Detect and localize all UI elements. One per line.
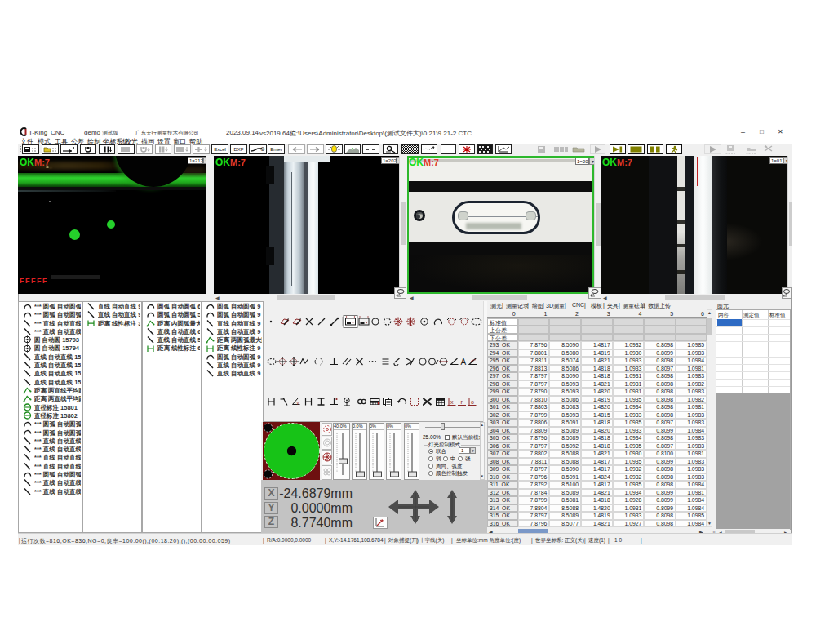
svg-text:x: x	[297, 401, 299, 406]
svg-text:x: x	[450, 399, 454, 405]
svg-text:o: o	[471, 399, 474, 405]
svg-text:A: A	[461, 358, 467, 366]
svg-text:r: r	[461, 399, 463, 405]
svg-text:⊚: ⊚	[260, 146, 265, 152]
